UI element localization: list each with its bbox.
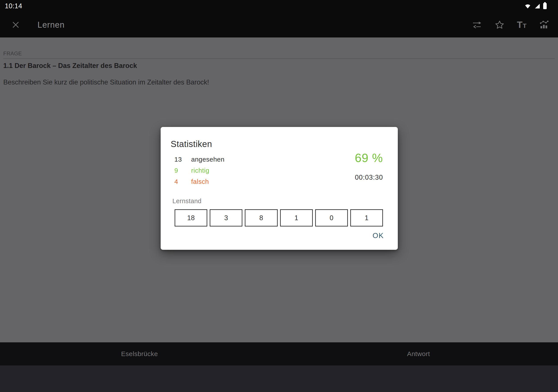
wifi-icon xyxy=(524,3,532,9)
lernstand-box-5: 0 xyxy=(315,209,348,227)
divider xyxy=(3,58,555,59)
stat-value: 9 xyxy=(174,167,191,174)
lernstand-box-1: 18 xyxy=(174,209,207,227)
page-title: Lernen xyxy=(37,20,64,30)
statistics-icon xyxy=(539,20,549,30)
taskbar xyxy=(0,366,558,392)
stat-label: falsch xyxy=(191,178,209,185)
screen: FRAGE 1.1 Der Barock – Das Zeitalter des… xyxy=(0,0,558,392)
lernstand-box-6: 1 xyxy=(350,209,383,227)
lernstand-box-3: 8 xyxy=(245,209,278,227)
swap-direction-button[interactable] xyxy=(471,19,483,31)
bottom-action-bar: Eselsbrücke Antwort xyxy=(0,342,558,366)
text-size-button[interactable]: TT xyxy=(516,19,528,31)
stats-summary: 69 % 00:03:30 xyxy=(355,152,383,181)
status-bar: 10:14 xyxy=(0,0,558,12)
swap-study-direction-icon xyxy=(472,20,482,30)
close-icon xyxy=(12,21,19,28)
stat-row-richtig: 9 richtig xyxy=(171,165,383,176)
stat-row-angesehen: 13 angesehen xyxy=(171,154,383,165)
status-time: 10:14 xyxy=(5,2,22,10)
statistics-dialog: Statistiken 13 angesehen 9 richtig 4 fal… xyxy=(161,127,398,250)
stats-list: 13 angesehen 9 richtig 4 falsch xyxy=(171,154,383,187)
study-duration: 00:03:30 xyxy=(355,174,383,181)
status-icons xyxy=(524,3,547,9)
eselsbruecke-button[interactable]: Eselsbrücke xyxy=(0,342,279,366)
stat-value: 4 xyxy=(174,178,191,185)
percent-correct: 69 % xyxy=(355,152,383,164)
lernstand-box-4: 1 xyxy=(280,209,313,227)
stat-row-falsch: 4 falsch xyxy=(171,176,383,187)
lernstand-box-2: 3 xyxy=(210,209,242,227)
lernstand-label: Lernstand xyxy=(172,197,383,205)
close-button[interactable] xyxy=(9,19,22,31)
question-title: 1.1 Der Barock – Das Zeitalter des Baroc… xyxy=(3,62,137,70)
statistics-button[interactable] xyxy=(538,19,550,31)
cellular-signal-icon xyxy=(534,3,541,9)
question-section-label: FRAGE xyxy=(3,51,22,57)
top-bar: 10:14 Lernen xyxy=(0,0,558,37)
dialog-title: Statistiken xyxy=(171,139,383,149)
favorite-button[interactable] xyxy=(494,19,506,31)
question-text: Beschreiben Sie kurz die politische Situ… xyxy=(3,78,209,86)
ok-button[interactable]: OK xyxy=(373,231,384,240)
app-bar: Lernen xyxy=(0,12,558,37)
favorite-star-icon xyxy=(495,20,504,30)
stat-label: richtig xyxy=(191,167,209,174)
app-bar-actions: TT xyxy=(471,12,550,37)
lernstand-boxes: 18 3 8 1 0 1 xyxy=(174,209,383,227)
antwort-button[interactable]: Antwort xyxy=(279,342,558,366)
stat-label: angesehen xyxy=(191,156,225,163)
battery-icon xyxy=(543,3,547,9)
stat-value: 13 xyxy=(174,156,191,163)
text-size-icon: TT xyxy=(517,20,527,29)
